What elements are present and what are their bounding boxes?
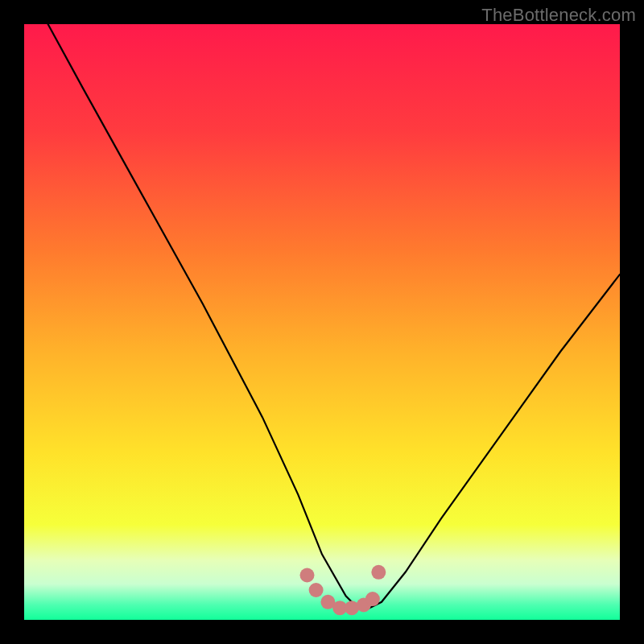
marker-dot — [309, 583, 324, 597]
marker-dot — [300, 568, 315, 583]
bottleneck-curve — [48, 24, 620, 608]
watermark-text: TheBottleneck.com — [481, 5, 636, 26]
chart-frame: TheBottleneck.com — [0, 0, 644, 644]
curve-layer — [24, 24, 620, 620]
marker-dot — [371, 565, 386, 580]
plot-area — [24, 24, 620, 620]
marker-dot — [365, 592, 380, 606]
